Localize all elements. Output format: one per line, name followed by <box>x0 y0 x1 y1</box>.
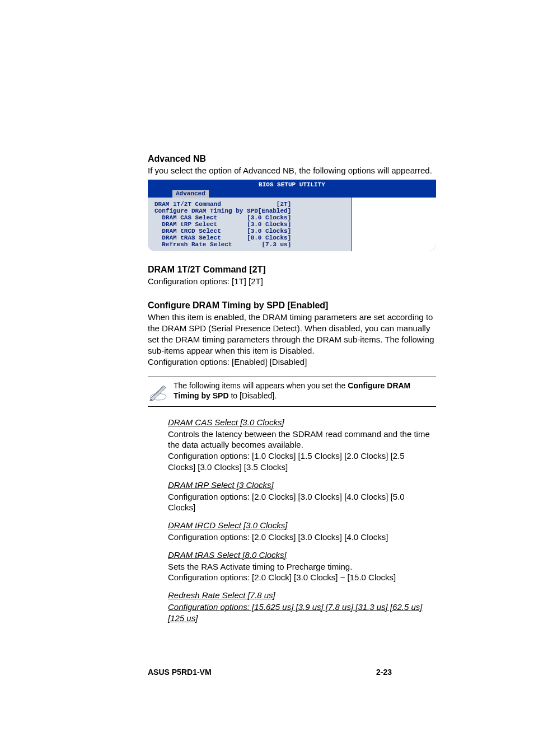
note-post: to [Disabled]. <box>229 391 277 400</box>
setting-heading-configure-spd: Configure DRAM Timing by SPD [Enabled] <box>148 300 436 311</box>
sub-body-cas: Controls the latency between the SDRAM r… <box>168 429 430 473</box>
bios-help-pane <box>352 198 436 251</box>
bios-setting-value: [2T] <box>277 201 347 208</box>
bios-setting-label: DRAM tRP Select <box>154 221 217 228</box>
section-title: Advanced NB <box>148 154 436 164</box>
bios-row[interactable]: DRAM 1T/2T Command [2T] <box>154 201 347 208</box>
note-pre: The following items will appears when yo… <box>174 381 348 390</box>
bios-row[interactable]: DRAM tRP Select [3.0 Clocks] <box>154 221 347 228</box>
sub-body-trp: Configuration options: [2.0 Clocks] [3.0… <box>168 491 430 514</box>
sub-head-tras: DRAM tRAS Select [8.0 Clocks] <box>168 550 430 561</box>
bios-setting-value: [8.0 Clocks] <box>247 234 347 241</box>
note-box: The following items will appears when yo… <box>148 377 436 407</box>
bios-setting-label: Configure DRAM Timing by SPD <box>154 208 258 214</box>
bios-setting-value: [7.3 us] <box>261 241 347 248</box>
bios-setting-label: Refresh Rate Select <box>154 241 232 248</box>
bios-setting-label: DRAM 1T/2T Command <box>154 201 221 208</box>
bios-body: DRAM 1T/2T Command [2T] Configure DRAM T… <box>148 198 436 251</box>
bios-row[interactable]: DRAM tRCD Select [3.0 Clocks] <box>154 228 347 234</box>
footer-product: ASUS P5RD1-VM <box>148 668 212 677</box>
sub-body-tras: Sets the RAS Activate timing to Precharg… <box>168 561 430 584</box>
intro-text: If you select the option of Advanced NB,… <box>148 165 436 176</box>
note-text: The following items will appears when yo… <box>174 381 436 401</box>
bios-settings-list: DRAM 1T/2T Command [2T] Configure DRAM T… <box>148 198 352 251</box>
bios-row[interactable]: Refresh Rate Select [7.3 us] <box>154 241 347 248</box>
sub-head-trcd: DRAM tRCD Select [3.0 Clocks] <box>168 520 430 531</box>
sub-body-refresh: Configuration options: [15.625 us] [3.9 … <box>168 602 430 624</box>
bios-setting-label: DRAM tRAS Select <box>154 234 221 241</box>
note-pencil-icon <box>148 381 174 403</box>
bios-setting-value: [3.0 Clocks] <box>247 221 347 228</box>
bios-row[interactable]: DRAM CAS Select [3.0 Clocks] <box>154 214 347 221</box>
bios-title-bar: BIOS SETUP UTILITY Advanced <box>148 180 436 198</box>
bios-row[interactable]: Configure DRAM Timing by SPD [Enabled] <box>154 208 347 214</box>
bios-setting-value: [3.0 Clocks] <box>247 214 347 221</box>
svg-marker-1 <box>151 386 166 401</box>
bios-row[interactable]: DRAM tRAS Select [8.0 Clocks] <box>154 234 347 241</box>
bios-panel: BIOS SETUP UTILITY Advanced DRAM 1T/2T C… <box>148 180 436 251</box>
setting-text-dram-1t2t: Configuration options: [1T] [2T] <box>148 276 436 287</box>
setting-text-configure-spd: When this item is enabled, the DRAM timi… <box>148 312 436 368</box>
bios-tab-advanced[interactable]: Advanced <box>172 190 209 198</box>
footer-page: 2-23 <box>376 668 392 677</box>
bios-setting-value: [3.0 Clocks] <box>247 228 347 234</box>
bios-title: BIOS SETUP UTILITY <box>259 181 325 188</box>
bios-setting-label: DRAM tRCD Select <box>154 228 221 234</box>
sub-head-cas: DRAM CAS Select [3.0 Clocks] <box>168 417 430 428</box>
bios-setting-label: DRAM CAS Select <box>154 214 217 221</box>
setting-heading-dram-1t2t: DRAM 1T/2T Command [2T] <box>148 265 436 275</box>
sub-body-trcd: Configuration options: [2.0 Clocks] [3.0… <box>168 532 430 543</box>
sub-head-refresh: Redresh Rate Select [7.8 us] <box>168 590 430 601</box>
sub-head-trp: DRAM tRP Select [3 Clocks] <box>168 480 430 491</box>
bios-setting-value: [Enabled] <box>258 208 347 214</box>
